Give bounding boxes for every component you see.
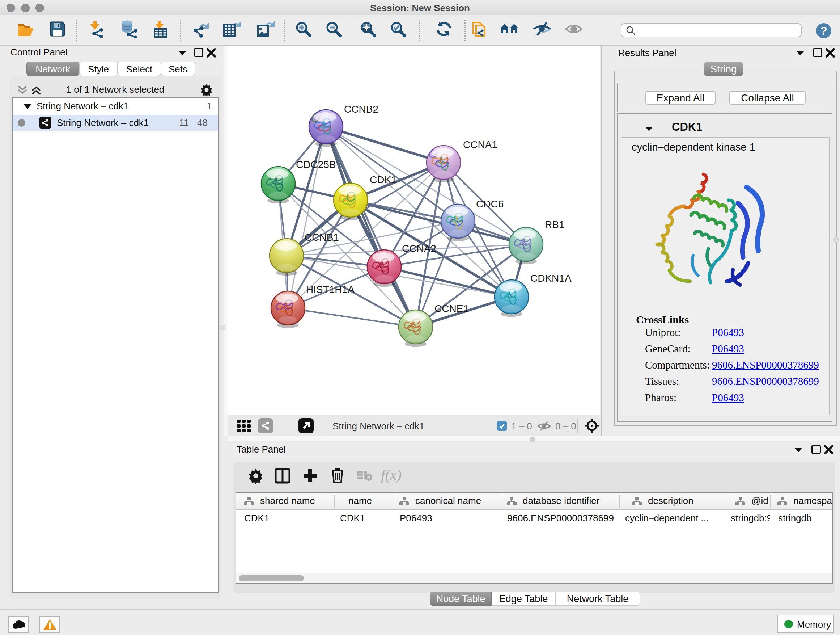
svg-text:CDKN1A: CDKN1A [531,272,572,284]
svg-text:CDK1: CDK1 [370,174,397,185]
svg-text:RB1: RB1 [545,219,564,230]
svg-text:CCNA1: CCNA1 [463,139,497,150]
svg-text:CCNA2: CCNA2 [402,243,436,254]
svg-text:HIST1H1A: HIST1H1A [306,284,355,295]
svg-text:CDC6: CDC6 [476,198,504,210]
svg-text:CDC25B: CDC25B [296,159,336,170]
svg-text:CCNE1: CCNE1 [434,303,469,314]
svg-text:CCNB1: CCNB1 [305,232,339,243]
svg-text:CCNB2: CCNB2 [344,103,378,115]
